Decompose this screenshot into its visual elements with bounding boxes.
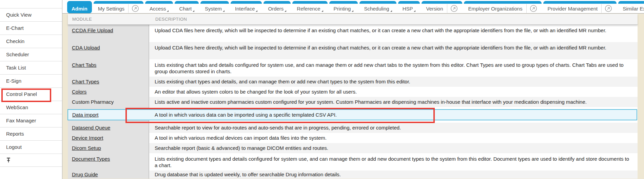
module-description: Searchable report to view for auto-route… [149, 123, 638, 133]
table-row-drug-guide: Drug GuideDrug database that is updated … [68, 171, 638, 179]
module-link-document-types[interactable]: Document Types [72, 156, 110, 162]
sidebar: Quick ViewE-ChartCheckinSchedulerTask Li… [0, 0, 62, 179]
module-cell: Drug Guide [68, 171, 149, 179]
popout-arrow-icon[interactable] [132, 5, 139, 12]
sidebar-list: Quick ViewE-ChartCheckinSchedulerTask Li… [0, 8, 62, 167]
tab-label: Scheduling [364, 4, 389, 13]
pushpin-icon[interactable] [6, 157, 11, 163]
tab-label: HSP [403, 4, 413, 13]
tab-label: Printing [334, 4, 351, 13]
module-description: A tool in which various data can be impo… [149, 112, 637, 118]
module-cell: CCDA File Upload [68, 25, 149, 42]
tab-orders[interactable]: Orders [264, 1, 291, 13]
sidebar-item-e-sign[interactable]: E-Sign [0, 74, 62, 87]
module-link-custom-pharmacy: Custom Pharmacy [72, 99, 114, 105]
tab-similar-exposure-groups-segs[interactable]: Similar Exposure Groups (SEGs) [618, 1, 644, 13]
tab-version[interactable]: Version [422, 1, 462, 13]
sidebar-item-scheduler[interactable]: Scheduler [0, 48, 62, 61]
tab-label: Employer Organizations [468, 4, 523, 13]
table-row-chart-tabs: Chart TabsLists existing chart tabs and … [68, 59, 638, 77]
sidebar-item-webscan[interactable]: WebScan [0, 101, 62, 114]
module-cell: CDA Upload [68, 42, 149, 59]
module-link-device-import[interactable]: Device Import [72, 135, 103, 141]
table-row-document-types: Document TypesLists existing document ty… [68, 153, 638, 171]
module-link-colors[interactable]: Colors [72, 89, 86, 95]
table-row-dicom-setup: Dicom SetupSearchable report (basic & ad… [68, 143, 638, 153]
dropdown-indicator-icon [390, 10, 392, 12]
tab-label: Chart [179, 4, 192, 13]
sidebar-item-reports[interactable]: Reports [0, 127, 62, 140]
module-link-data-import[interactable]: Data import [72, 112, 99, 118]
module-table: MODULE DESCRIPTION CCDA File UploadUploa… [68, 14, 638, 179]
module-description: An editor that allows system colors to b… [149, 87, 638, 97]
module-link-chart-types[interactable]: Chart Types [72, 79, 99, 84]
module-description: Searchable report (basic & advanced) to … [149, 143, 638, 153]
popout-arrow-icon[interactable] [530, 5, 537, 12]
module-cell: Colors [68, 87, 149, 97]
module-description: Lists active and inactive custom pharmac… [149, 97, 638, 107]
module-cell: Datasend Queue [68, 123, 149, 133]
module-cell: Document Types [68, 153, 149, 171]
popout-arrow-icon[interactable] [605, 5, 612, 12]
sidebar-pin-row [0, 154, 62, 167]
module-link-drug-guide[interactable]: Drug Guide [72, 172, 98, 177]
sidebar-item-e-chart[interactable]: E-Chart [0, 21, 62, 35]
module-cell: Chart Types [68, 77, 149, 87]
module-link-dicom-setup[interactable]: Dicom Setup [72, 145, 101, 151]
table-row-data-import: Data importA tool in which various data … [68, 107, 638, 123]
selected-row-highlight[interactable]: Data importA tool in which various data … [67, 109, 637, 120]
tab-printing[interactable]: Printing [329, 1, 358, 13]
table-row-device-import: Device ImportA tool in which various med… [68, 133, 638, 143]
tab-reference[interactable]: Reference [292, 1, 327, 13]
sidebar-item-fax-manager[interactable]: Fax Manager [0, 114, 62, 127]
tab-separator [526, 4, 527, 13]
module-description: Lists existing document types and detail… [149, 153, 638, 171]
tab-separator [447, 4, 447, 13]
tab-label: Orders [268, 4, 284, 13]
module-cell: Device Import [68, 133, 149, 143]
tab-provider-management[interactable]: Provider Management [543, 1, 617, 13]
module-cell: Chart Tabs [68, 59, 149, 77]
module-description: Lists existing chart tabs and details co… [149, 59, 638, 77]
table-row-datasend-queue: Datasend QueueSearchable report to view … [68, 123, 638, 133]
sidebar-item-task-list[interactable]: Task List [0, 61, 62, 74]
table-header: MODULE DESCRIPTION [68, 14, 638, 25]
sidebar-item-control-panel[interactable]: Control Panel [0, 87, 62, 101]
tab-interface[interactable]: Interface [231, 1, 262, 13]
tab-hsp[interactable]: HSP [398, 1, 420, 13]
column-header-description: DESCRIPTION [149, 14, 638, 24]
tab-system[interactable]: System [200, 1, 229, 13]
table-row-chart-types: Chart TypesLists existing chart types an… [68, 77, 638, 87]
tab-access[interactable]: Access [145, 1, 173, 13]
module-description: A tool in which various medical devices … [149, 133, 638, 143]
sidebar-item-checkin[interactable]: Checkin [0, 35, 62, 48]
tab-label: Interface [235, 4, 255, 13]
module-link-cda-upload[interactable]: CDA Upload [72, 45, 100, 51]
dropdown-indicator-icon [414, 10, 415, 12]
main-content: AdminMy Settings AccessChartSystemInterf… [62, 0, 644, 179]
module-link-ccda-file-upload[interactable]: CCDA File Upload [72, 27, 113, 33]
tab-separator [128, 4, 129, 13]
module-description: Drug database that is updated weekly, to… [149, 171, 638, 179]
tab-scheduling[interactable]: Scheduling [359, 1, 396, 13]
table-row-ccda-file-upload: CCDA File UploadUpload CDA files here di… [68, 25, 638, 42]
tab-separator [601, 4, 602, 13]
tab-employer-organizations[interactable]: Employer Organizations [464, 1, 542, 13]
table-row-custom-pharmacy: Custom PharmacyLists active and inactive… [68, 97, 638, 107]
module-link-chart-tabs[interactable]: Chart Tabs [72, 62, 96, 68]
dropdown-indicator-icon [223, 10, 225, 12]
tab-chart[interactable]: Chart [175, 1, 199, 13]
sidebar-item-quick-view[interactable]: Quick View [0, 8, 62, 21]
tab-admin[interactable]: Admin [67, 1, 92, 13]
tab-my-settings[interactable]: My Settings [94, 1, 143, 13]
tab-label: Admin [72, 4, 87, 13]
module-cell: Custom Pharmacy [68, 97, 149, 107]
sidebar-item-logout[interactable]: Logout [0, 140, 62, 154]
module-link-datasend-queue[interactable]: Datasend Queue [72, 125, 110, 131]
dropdown-indicator-icon [352, 10, 353, 12]
dropdown-indicator-icon [193, 10, 194, 12]
tab-bar: AdminMy Settings AccessChartSystemInterf… [62, 0, 644, 14]
tab-label: Reference [297, 4, 320, 13]
tab-label: Access [150, 4, 166, 13]
popout-arrow-icon[interactable] [450, 5, 458, 12]
